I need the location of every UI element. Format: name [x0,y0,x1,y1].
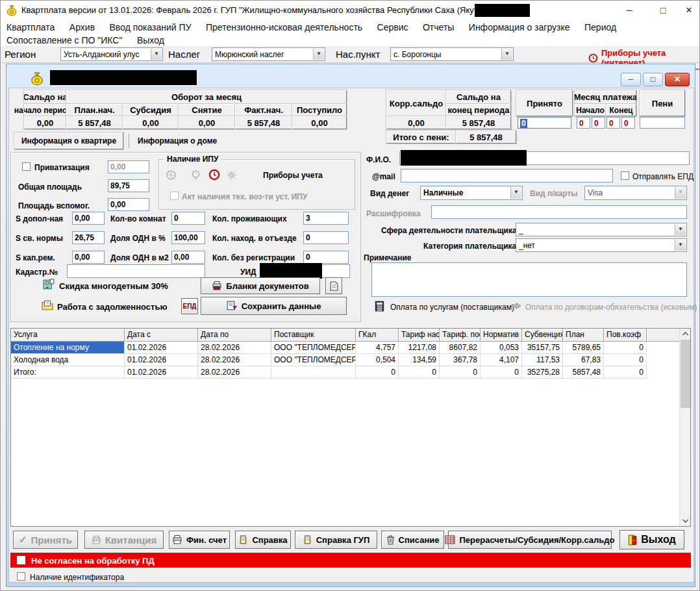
pereraschety-button[interactable]: Перерасчеты/Субсидия/Корр.сальдо [448,531,612,549]
scrollbar-thumb[interactable] [681,340,690,408]
grid-col-tarif-post[interactable]: Тариф. пост [440,329,481,342]
grid-col-subvencia[interactable]: Субвенция [522,329,563,342]
chevron-down-icon[interactable]: ▼ [501,49,512,60]
menu-servis[interactable]: Сервис [371,20,414,34]
decode-input [431,205,687,219]
privatization-checkbox[interactable] [22,162,31,171]
grid-col-normativ[interactable]: Норматив [481,329,522,342]
sphere-combo[interactable]: _▼ [516,223,687,236]
grid-col-plan[interactable]: План [563,329,604,342]
chevron-down-icon[interactable]: ▼ [510,187,521,199]
odn-m2-input[interactable]: 0,00 [171,251,205,264]
document-button[interactable] [325,277,342,294]
chevron-down-icon[interactable]: ▼ [313,49,324,60]
s-norm-input[interactable]: 26,75 [72,231,105,244]
meter-clock-icon [208,169,220,181]
odn-pct-input[interactable]: 100,00 [171,231,205,244]
identifier-checkbox[interactable] [17,572,25,581]
menu-vvod-pu[interactable]: Ввод показаний ПУ [104,20,197,34]
receipt-button[interactable]: Квитанция [84,531,164,549]
category-combo[interactable]: _нет▼ [516,238,687,252]
grid-vertical-scrollbar[interactable] [679,329,690,526]
month-end-2-input[interactable]: 0 [621,117,635,129]
child-maximize-button[interactable]: □ [643,73,663,86]
maximize-button[interactable]: □ [650,3,676,18]
mail-input[interactable] [401,169,613,182]
accept-button[interactable]: ✓Принять [13,531,78,549]
tab-apartment-info[interactable]: Информация о квартире [14,132,123,149]
scroll-down-icon[interactable] [682,518,689,523]
money-type-label: Вид денег [370,189,409,198]
saldo-end-header2: конец периода [446,104,511,116]
save-button[interactable]: Сохранить данные [201,297,347,315]
fin-account-button[interactable]: Фин. счет [169,531,230,549]
main-titlebar: Квартплата версии от 13.01.2026: Февраль… [1,1,700,20]
grid-col-gkal[interactable]: ГКал [356,329,399,342]
debt-link[interactable]: Работа с задолженностью [57,302,168,312]
grid-col-data-s[interactable]: Дата с [125,329,198,342]
epd-button[interactable]: ЕПД [181,298,198,314]
close-button[interactable]: ✕ [678,3,700,18]
pay-services-link[interactable]: Оплата по услугам (поставщикам) [390,303,514,312]
rooms-input[interactable]: 0 [171,212,205,225]
menu-pretenzii[interactable]: Претензионно-исковая деятельность [200,20,368,34]
menu-kvartplata[interactable]: Квартплата [1,20,60,34]
child-minimize-button[interactable]: ─ [621,73,641,86]
discount-link[interactable]: Скидка многодетным 30% [59,281,168,291]
grid-col-tarif-nas[interactable]: Тариф нас. [399,329,440,342]
child-close-button[interactable]: ✕ [665,73,690,86]
kadastr-input[interactable] [67,264,205,278]
menu-period[interactable]: Период [579,20,622,34]
document-icon [330,281,338,291]
menu-zagruzka[interactable]: Информация о загрузке [463,20,576,34]
send-epd-checkbox[interactable] [621,171,629,180]
total-area-input[interactable]: 89,75 [108,179,149,192]
table-row[interactable]: Отопление на норму 01.02.2026 28.02.2026… [11,342,690,354]
spisanie-button[interactable]: Списание [381,531,444,549]
month-start-header: Начало [575,104,606,116]
away-input[interactable]: 0 [303,231,349,244]
month-end-1-input[interactable]: 0 [606,117,620,129]
grid-col-povkoef[interactable]: Пов.коэф [604,329,647,342]
s-dop-input[interactable]: 0,00 [72,212,105,225]
nasleg-combo[interactable]: Мюрюнский наслег▼ [212,47,325,61]
aux-area-input[interactable]: 0,00 [108,198,149,211]
debt-icon [42,300,53,310]
pd-consent-checkbox[interactable] [17,556,25,564]
s-kap-input[interactable]: 0,00 [72,251,105,264]
scroll-up-icon[interactable] [682,331,689,336]
spravka-gup-button[interactable]: Справка ГУП [295,531,377,549]
odn-pct-label: Доля ОДН в % [110,234,166,243]
grid-col-data-po[interactable]: Дата по [198,329,271,342]
month-start-2-input[interactable]: 0 [592,117,605,129]
note-textarea[interactable] [371,262,687,297]
month-start-1-input[interactable]: 0 [577,117,590,129]
oborot-header: Оборот за месяц [66,90,347,104]
menu-arhiv[interactable]: Архив [64,20,101,34]
grid-col-usluga[interactable]: Услуга [11,329,125,342]
table-row[interactable]: Холодная вода 01.02.2026 28.02.2026 ООО … [11,354,690,366]
privatization-input: 0,00 [108,160,149,173]
peni-input[interactable] [640,117,685,129]
month-header: Месяц платежа [575,90,636,104]
spravka-button[interactable]: Справка [235,531,291,549]
residents-input[interactable]: 3 [303,212,349,225]
naspunkt-combo[interactable]: с. Борогонцы▼ [390,47,514,61]
ipu-groupbox: Наличие ИПУ [158,159,355,210]
table-row[interactable]: Итого: 01.02.2026 28.02.2026 0 0 0 0 352… [11,366,690,379]
chevron-down-icon[interactable]: ▼ [675,240,686,251]
menu-otchety[interactable]: Отчеты [417,20,460,34]
chevron-down-icon[interactable]: ▼ [151,49,162,60]
region-combo[interactable]: Усть-Алданский улус▼ [60,47,163,61]
chevron-down-icon[interactable]: ▼ [675,224,686,235]
exit-button[interactable]: Выход [619,530,684,549]
blanki-button[interactable]: Бланки документов [201,277,320,294]
services-grid: Услуга Дата с Дата по Поставщик ГКал Тар… [10,328,691,527]
minimize-button[interactable]: ─ [616,3,642,18]
subsidia-value: 0,00 [123,116,179,129]
grid-col-postavshik[interactable]: Поставщик [271,329,356,342]
prinyato-input[interactable]: 0 [518,117,571,129]
noreg-input[interactable]: 0 [303,251,349,264]
tab-house-info[interactable]: Информация о доме [138,136,217,145]
money-type-combo[interactable]: Наличные▼ [420,186,523,200]
